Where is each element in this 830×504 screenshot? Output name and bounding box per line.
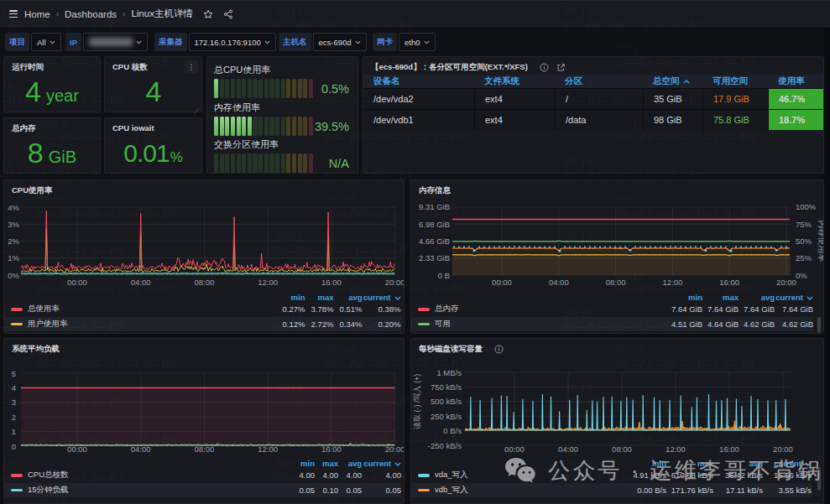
legend-stat-value: 7.64 GiB <box>776 304 813 314</box>
gauge-segment <box>309 117 313 136</box>
legend-header-avg[interactable]: avg <box>336 293 363 302</box>
gauge-segment <box>225 153 229 173</box>
panel-title-uptime[interactable]: 运行时间 <box>12 62 44 73</box>
table-cell-available: 75.8 GiB <box>702 110 768 130</box>
legend-series-CPU总核数[interactable]: CPU总核数 <box>4 470 283 481</box>
gauge-value: 0.5% <box>321 82 351 96</box>
column-header-设备名[interactable]: 设备名 <box>363 75 474 87</box>
menu-icon[interactable] <box>9 10 18 18</box>
variable-value-dropdown[interactable]: ecs-690d <box>313 33 367 51</box>
panel-menu-icon[interactable]: ⋮ <box>185 60 198 74</box>
panel-title-cores[interactable]: CPU 核数 <box>112 62 148 73</box>
y-axis-tick-label: 4 <box>12 383 16 392</box>
legend-header-max[interactable]: max <box>668 459 713 468</box>
gauge-segment <box>269 117 274 136</box>
info-icon[interactable] <box>540 63 549 72</box>
legend-scrollbar-thumb[interactable] <box>817 317 821 333</box>
x-axis-tick-label: 08:00 <box>606 278 626 287</box>
legend-series-总使用率[interactable]: 总使用率 <box>4 304 274 314</box>
legend-header-max[interactable]: max <box>316 459 338 468</box>
panel-title-disk-table[interactable]: 【ecs-690d】：各分区可用空间(EXT.*/XFS) <box>371 62 566 73</box>
y-axis-tick-label: 3% <box>8 220 19 229</box>
star-icon[interactable] <box>203 9 213 19</box>
legend-header-current[interactable]: current <box>363 459 401 468</box>
series-line-iowait线 <box>21 273 394 273</box>
panel-cpu-iowait: CPU iowait0.01% <box>104 117 202 174</box>
legend-series-vda_写入[interactable]: vda_写入 <box>411 470 628 481</box>
variable-value-text: All <box>37 38 46 47</box>
x-axis-tick-label: 20:00 <box>773 444 793 454</box>
chevron-down-icon <box>50 40 55 44</box>
column-header-可用空间[interactable]: 可用空间 <box>702 75 768 87</box>
menu-icon-bar <box>9 17 18 18</box>
share-icon[interactable] <box>223 9 233 19</box>
gauge-segment <box>242 79 246 98</box>
legend-series-总内存[interactable]: 总内存 <box>411 304 667 314</box>
variable-value-dropdown[interactable]: eth0 <box>399 33 436 51</box>
x-axis-tick-label: 16:00 <box>719 278 739 287</box>
table-cell-usage: 46.7% <box>768 89 823 109</box>
variable-label: 采集器 <box>154 33 187 51</box>
stat-unit: GiB <box>49 148 76 167</box>
external-link-icon[interactable] <box>556 63 566 72</box>
legend-header-avg[interactable]: avg <box>740 293 775 302</box>
legend-header-min[interactable]: min <box>284 459 315 468</box>
legend-header-max[interactable]: max <box>307 293 334 302</box>
page-scrollbar[interactable] <box>824 29 830 504</box>
stat-value-iowait: 0.01% <box>105 139 201 168</box>
top-navbar: Home › Dashboards › Linux主机详情 <box>0 0 830 29</box>
legend-series-可用[interactable]: 可用 <box>411 319 667 330</box>
column-header-可用空间-part: 可用空间 <box>713 75 748 86</box>
variable-value-text: 172.16.0.176:9100 <box>195 38 261 47</box>
gauge-bar-row: N/A <box>214 153 351 173</box>
legend-header-current[interactable]: current <box>776 293 813 302</box>
gauge-segment <box>281 153 285 173</box>
legend-stat-value: 0.34% <box>336 320 363 329</box>
gauge-2: 内存使用率39.5% <box>214 101 351 136</box>
legend-header-min[interactable]: min <box>629 459 666 468</box>
panel-total-memory: 总内存8GiB <box>3 117 101 174</box>
legend-series-vdb_写入[interactable]: vdb_写入 <box>411 485 628 496</box>
series-line-可用 <box>452 241 790 242</box>
column-header-使用率[interactable]: 使用率 <box>768 75 823 87</box>
variable-value-dropdown[interactable] <box>83 33 148 51</box>
column-header-分区[interactable]: 分区 <box>555 75 643 87</box>
variable-value-dropdown[interactable]: 172.16.0.176:9100 <box>189 33 276 51</box>
panel-title-iowait[interactable]: CPU iowait <box>112 123 154 132</box>
gauge-segment <box>292 117 296 136</box>
legend-series-15分钟负载[interactable]: 15分钟负载 <box>4 485 283 496</box>
legend-series-用户使用率[interactable]: 用户使用率 <box>4 319 274 330</box>
legend-header-min[interactable]: min <box>275 293 305 302</box>
x-axis-tick-label: 04:00 <box>131 278 151 287</box>
column-header-总空间[interactable]: 总空间 <box>643 75 702 87</box>
column-header-总空间-part: 总空间 <box>653 75 680 86</box>
panel-title-memtotal[interactable]: 总内存 <box>12 123 36 134</box>
legend-header-avg[interactable]: avg <box>715 459 763 468</box>
gauge-segment <box>237 79 241 98</box>
breadcrumb-dashboards[interactable]: Dashboards <box>65 9 117 19</box>
stat-number: 0.01 <box>123 139 169 168</box>
x-axis-tick-label: 00:00 <box>67 278 87 287</box>
gauge-segment <box>298 117 302 136</box>
legend-header-current[interactable]: current <box>364 293 401 302</box>
legend-stat-value: 0.38% <box>364 304 401 314</box>
column-header-文件系统[interactable]: 文件系统 <box>474 75 555 87</box>
legend-header-min[interactable]: min <box>669 293 702 302</box>
gauge-segment <box>269 79 274 98</box>
panel-resize-handle[interactable] <box>194 104 200 110</box>
y-axis-tick-label: 1 MB/s <box>436 368 462 377</box>
legend-swatch <box>418 308 430 311</box>
gauge-segment <box>214 79 218 98</box>
gauge-label: 总CPU使用率 <box>214 64 351 76</box>
legend-header-current[interactable]: current <box>765 459 812 468</box>
variable-value-dropdown[interactable]: All <box>31 33 61 51</box>
x-axis-tick-label: 12:00 <box>258 278 278 287</box>
gauge-segment <box>292 79 296 98</box>
legend-header-max[interactable]: max <box>704 293 739 302</box>
gauge-segment <box>225 117 229 136</box>
chevron-down-icon-part <box>50 40 55 44</box>
breadcrumb-home[interactable]: Home <box>24 9 50 19</box>
legend-header-avg[interactable]: avg <box>340 459 362 468</box>
legend-scrollbar-thumb[interactable] <box>817 467 821 491</box>
breadcrumb: Home › Dashboards › Linux主机详情 <box>24 8 193 20</box>
